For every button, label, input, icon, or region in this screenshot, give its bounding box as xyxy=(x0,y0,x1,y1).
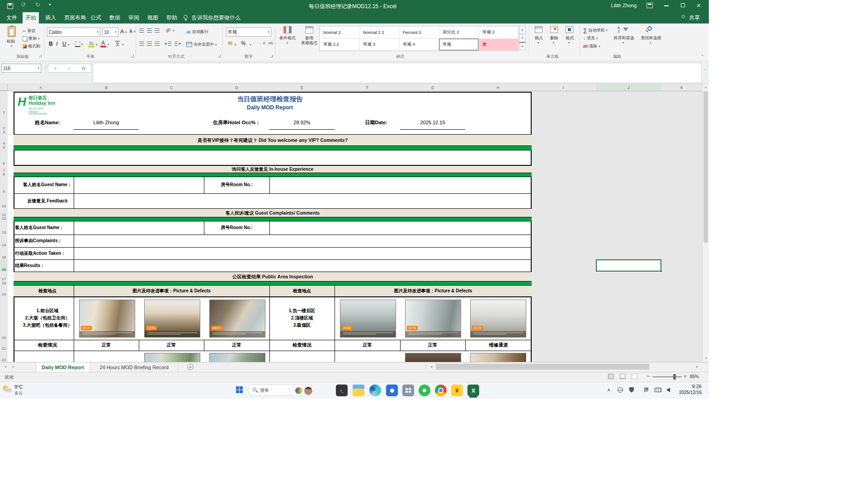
collapse-ribbon-button[interactable]: ⌃ xyxy=(701,54,704,59)
merge-center-button[interactable]: 合并后居中▾ xyxy=(186,42,217,47)
hscroll-left-arrow[interactable]: ◂ xyxy=(430,365,432,369)
row-header[interactable]: 6 xyxy=(0,150,8,166)
inspection-photo-boh-1[interactable]: 16:22 xyxy=(340,300,396,338)
col-header-C[interactable]: C xyxy=(139,84,204,91)
ribbon-display-options-button[interactable] xyxy=(646,3,653,8)
align-center-icon[interactable] xyxy=(147,42,152,46)
tellme-box[interactable]: 告诉我你想要做什么 xyxy=(189,12,243,23)
formula-input[interactable] xyxy=(93,63,702,83)
taskbar-app-dark-icon[interactable]: >_ xyxy=(336,385,348,396)
scroll-up-arrow[interactable]: ▴ xyxy=(703,84,709,90)
start-button[interactable] xyxy=(236,386,243,393)
undo-button[interactable]: ↺▾ xyxy=(21,1,27,8)
borders-caret[interactable]: ▾ xyxy=(82,43,84,47)
col-header-G[interactable]: G xyxy=(400,84,466,91)
cell-style-item[interactable]: 常规 2 2 xyxy=(320,38,359,51)
zoom-level[interactable]: 85% xyxy=(690,374,699,379)
row-header[interactable]: 1 xyxy=(0,92,8,115)
row-header[interactable]: 21 xyxy=(0,340,8,351)
share-button[interactable]: 共享 xyxy=(686,12,703,23)
file-explorer-icon[interactable] xyxy=(353,385,364,396)
row-header[interactable]: 9 xyxy=(0,176,8,194)
formula-expand-button[interactable]: ⌄ xyxy=(703,67,707,71)
zoom-in-button[interactable]: + xyxy=(684,373,687,380)
cell-style-item[interactable]: 常规 4 xyxy=(399,38,439,51)
close-button[interactable]: × xyxy=(697,1,701,9)
touch-keyboard-icon[interactable] xyxy=(655,388,661,392)
minimize-button[interactable] xyxy=(664,5,669,6)
align-top-icon[interactable] xyxy=(139,28,144,33)
phonetic-caret[interactable]: ▾ xyxy=(122,43,124,47)
tab-page-layout[interactable]: 页面布局 xyxy=(61,12,89,23)
vertical-scrollbar[interactable]: ▴ ▾ xyxy=(702,84,709,362)
format-painter-button[interactable]: 格式刷 xyxy=(23,43,40,49)
font-color-button[interactable]: A xyxy=(101,40,105,46)
sheet-nav-left-icon[interactable]: ◂ xyxy=(5,365,6,369)
ime-indicator[interactable]: 拼 xyxy=(644,386,649,393)
clear-button[interactable]: 清除▾ xyxy=(583,43,600,49)
cell-style-item[interactable]: Percent 2 xyxy=(399,26,439,38)
zoom-slider-track[interactable] xyxy=(653,376,682,377)
normal-view-button[interactable] xyxy=(608,374,614,379)
inspection-photo-boh-2[interactable]: 16:18 xyxy=(405,300,461,338)
styles-more-button[interactable]: ▾ xyxy=(519,42,526,50)
row-header[interactable]: 4 xyxy=(0,134,8,146)
row-header[interactable]: 19 xyxy=(0,285,8,297)
name-box[interactable]: J16▾ xyxy=(1,64,41,73)
row-header[interactable]: 10 xyxy=(0,193,8,209)
taskbar-app-grey-icon[interactable] xyxy=(402,385,414,396)
fill-button[interactable]: ↓填充▾ xyxy=(583,35,598,41)
tab-insert[interactable]: 插入 xyxy=(42,12,59,23)
sheet-tab-active[interactable]: Daily MOD Report xyxy=(35,362,90,372)
inspection-photo-partial[interactable] xyxy=(144,353,200,362)
fill-handle[interactable] xyxy=(660,270,662,272)
accounting-caret[interactable]: ▾ xyxy=(235,43,236,47)
cell-styles-gallery[interactable]: Normal 2 Normal 2 2 Percent 2 百分比 2 常规 2… xyxy=(319,26,519,51)
align-bottom-icon[interactable] xyxy=(155,28,160,33)
tray-chevron-icon[interactable]: ∧ xyxy=(607,387,610,392)
taskbar-app-green-icon[interactable] xyxy=(419,385,430,396)
redo-button[interactable]: ↻▾ xyxy=(35,1,42,8)
row-header[interactable]: 14 xyxy=(0,235,8,248)
tab-help[interactable]: 帮助 xyxy=(164,12,180,23)
tab-file[interactable]: 文件 xyxy=(4,12,20,23)
align-left-icon[interactable] xyxy=(139,42,144,46)
search-avatar[interactable] xyxy=(304,387,312,395)
comma-style-button[interactable]: , xyxy=(250,39,251,46)
excel-taskbar-icon[interactable]: X xyxy=(467,385,479,396)
qat-customize-button[interactable]: ▾ xyxy=(49,2,51,7)
volume-icon[interactable] xyxy=(666,388,670,392)
styles-scroll-down[interactable]: ▾ xyxy=(519,34,526,42)
styles-scroll-up[interactable]: ▴ xyxy=(519,26,526,34)
insert-function-icon[interactable]: fx xyxy=(82,66,85,71)
hscroll-right-arrow[interactable]: ▸ xyxy=(696,365,698,369)
orientation-caret[interactable]: ▾ xyxy=(173,29,175,33)
search-highlights-icon[interactable] xyxy=(295,387,302,394)
row-header[interactable]: 7 xyxy=(0,165,8,173)
search-box[interactable]: 搜索 xyxy=(248,385,315,396)
percent-style-button[interactable]: % xyxy=(241,40,246,47)
sheet-tab-inactive[interactable]: 24 Hours MOD Briefing Record xyxy=(90,362,178,372)
inspection-photo-lobby-1[interactable]: 15:19 xyxy=(79,300,135,338)
account-name[interactable]: Lilith Zhong xyxy=(606,3,642,8)
align-right-icon[interactable] xyxy=(155,42,160,46)
col-header-H[interactable]: H xyxy=(465,84,531,91)
select-all-corner[interactable] xyxy=(0,84,8,91)
save-button[interactable] xyxy=(7,3,13,9)
cell-style-item-selected[interactable]: 常规 xyxy=(439,38,479,51)
inspection-photo-boh-3[interactable]: 16:23 xyxy=(470,300,526,338)
font-dialog-launcher[interactable] xyxy=(131,55,134,57)
tab-review[interactable]: 审阅 xyxy=(126,12,142,23)
underline-button[interactable]: U xyxy=(62,41,66,47)
increase-indent-button[interactable]: ▸ xyxy=(175,41,181,46)
col-header-B[interactable]: B xyxy=(74,84,139,91)
alignment-dialog-launcher[interactable] xyxy=(218,55,221,57)
inspection-photo-partial[interactable] xyxy=(209,353,265,362)
grow-font-button[interactable]: A▴ xyxy=(120,28,127,35)
borders-icon[interactable] xyxy=(75,42,80,47)
bold-button[interactable]: B xyxy=(49,41,53,47)
cell-style-item[interactable]: 常规 3 xyxy=(359,38,399,51)
font-color-caret[interactable]: ▾ xyxy=(108,43,109,47)
row-header[interactable]: 15 xyxy=(0,247,8,260)
cell-style-item[interactable]: 常规 2 xyxy=(479,26,519,38)
